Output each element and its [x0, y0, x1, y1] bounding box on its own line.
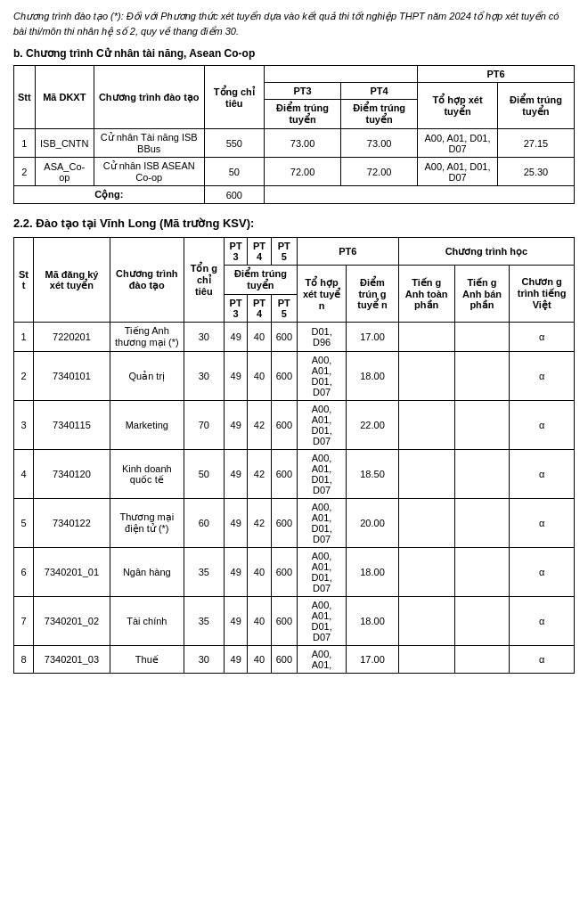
- cell-ta-ban: [454, 450, 510, 499]
- table-row: 2 ASA_Co-op Cử nhân ISB ASEAN Co-op 50 7…: [14, 158, 575, 186]
- table-row: 1 7220201 Tiếng Anh thương mại (*) 30 49…: [14, 323, 575, 352]
- col-pt6-diem: Điểm trúng tuyển: [497, 83, 574, 129]
- cell-diem: 18.50: [347, 450, 399, 499]
- col-pt4-diem: Điểm trúng tuyển: [341, 100, 418, 129]
- cell-tohop: A00, A01, D01, D07: [297, 499, 346, 548]
- col-ct-tv: Chươn g trình tiếng Việt: [510, 266, 575, 323]
- cell-ma: 7340201_02: [34, 597, 110, 646]
- section-22-table: Stt Mã đăng ký xét tuyển Chương trình đà…: [13, 237, 575, 674]
- cell-ma: 7340122: [34, 499, 110, 548]
- table-row: 4 7340120 Kinh doanh quốc tế 50 49 42 60…: [14, 450, 575, 499]
- cell-ta-toan: [398, 499, 454, 548]
- table-row: 1 ISB_CNTN Cử nhân Tài năng ISB BBus 550…: [14, 129, 575, 158]
- cell-ct: Marketing: [110, 401, 184, 450]
- cell-diem: 22.00: [347, 401, 399, 450]
- col-pt3-diem: Điểm trúng tuyển: [265, 100, 341, 129]
- col-ma-22: Mã đăng ký xét tuyển: [34, 238, 110, 323]
- cell-ma: 7340201_03: [34, 646, 110, 674]
- cell-diem: 20.00: [347, 499, 399, 548]
- cell-pt5: 600: [271, 597, 297, 646]
- cell-pt4: 72.00: [341, 158, 418, 186]
- cong-label: Cộng:: [14, 186, 205, 204]
- cell-ta-ban: [454, 597, 510, 646]
- cell-chuong-trinh: Cử nhân ISB ASEAN Co-op: [94, 158, 204, 186]
- cell-tong: 35: [184, 548, 224, 597]
- cell-ct: Quản trị: [110, 352, 184, 401]
- cell-stt: 3: [14, 401, 34, 450]
- col-tong-chi-tieu: Tổng chỉ tiêu: [204, 66, 265, 129]
- col-pt3-sub: PT 3: [224, 295, 247, 323]
- col-stt-22: Stt: [14, 238, 34, 323]
- table-row: 2 7340101 Quản trị 30 49 40 600 A00, A01…: [14, 352, 575, 401]
- col-tong-22: Tổn g chỉ tiêu: [184, 238, 224, 323]
- col-diem-pt6: Điểm trún g tuyể n: [347, 266, 399, 323]
- cell-ta-ban: [454, 499, 510, 548]
- cell-tohop: A00, A01, D01, D07: [297, 548, 346, 597]
- section-22-title: 2.2. Đào tạo tại Vĩnh Long (Mã trường KS…: [13, 217, 575, 230]
- cell-stt: 2: [14, 158, 36, 186]
- cell-ct: Ngân hàng: [110, 548, 184, 597]
- cell-ma: 7340101: [34, 352, 110, 401]
- col-ct-22: Chương trình đào tạo: [110, 238, 184, 323]
- cell-tong: 70: [184, 401, 224, 450]
- cell-diem: 17.00: [347, 646, 399, 674]
- cell-pt4: 42: [248, 450, 271, 499]
- cell-ct-tv: α: [510, 646, 575, 674]
- cell-tohop: D01, D96: [297, 323, 346, 352]
- cell-ma: ISB_CNTN: [35, 129, 94, 158]
- cell-diem: 17.00: [347, 323, 399, 352]
- cell-tohop: A00, A01, D01, D07: [418, 129, 498, 158]
- cell-pt4: 40: [248, 323, 271, 352]
- cell-tong: 30: [184, 323, 224, 352]
- cell-diem: 18.00: [347, 597, 399, 646]
- cell-pt3: 49: [224, 597, 247, 646]
- cell-tong: 30: [184, 352, 224, 401]
- col-pt3-label: PT3: [265, 83, 341, 100]
- cell-pt6-diem: 25.30: [497, 158, 574, 186]
- cell-pt3: 49: [224, 646, 247, 674]
- cell-diem: 18.00: [347, 548, 399, 597]
- cell-stt: 6: [14, 548, 34, 597]
- cell-ta-toan: [398, 401, 454, 450]
- cell-ta-ban: [454, 323, 510, 352]
- cell-pt3: 49: [224, 352, 247, 401]
- cell-ta-toan: [398, 548, 454, 597]
- cell-ct: Thuế: [110, 646, 184, 674]
- col-pt3-pt4: [265, 66, 418, 83]
- cell-ta-ban: [454, 401, 510, 450]
- cell-stt: 2: [14, 352, 34, 401]
- cell-pt4: 42: [248, 499, 271, 548]
- cell-tong: 50: [184, 450, 224, 499]
- col-tohop: Tổ hợp xét tuyển: [418, 83, 498, 129]
- cell-tohop: A00, A01, D01, D07: [297, 597, 346, 646]
- cell-tong: 60: [184, 499, 224, 548]
- cell-pt5: 600: [271, 499, 297, 548]
- cell-ma: 7340115: [34, 401, 110, 450]
- cell-chuong-trinh: Cử nhân Tài năng ISB BBus: [94, 129, 204, 158]
- cell-pt5: 600: [271, 352, 297, 401]
- cell-stt: 5: [14, 499, 34, 548]
- cell-pt3: 73.00: [265, 129, 341, 158]
- cell-ta-toan: [398, 450, 454, 499]
- cell-tong: 550: [204, 129, 265, 158]
- col-tieng-anh-ban: Tiến g Anh bán phần: [454, 266, 510, 323]
- cell-ct-tv: α: [510, 352, 575, 401]
- cell-tong: 30: [184, 646, 224, 674]
- col-pt5-22: PT 5: [271, 238, 297, 266]
- cell-pt5: 600: [271, 323, 297, 352]
- cell-pt3: 49: [224, 548, 247, 597]
- cell-pt3: 49: [224, 499, 247, 548]
- col-pt5-sub: PT 5: [271, 295, 297, 323]
- cell-tohop: A00, A01, D01, D07: [418, 158, 498, 186]
- table-row: 5 7340122 Thương mại điện tử (*) 60 49 4…: [14, 499, 575, 548]
- cell-ta-toan: [398, 646, 454, 674]
- cell-ta-toan: [398, 323, 454, 352]
- cell-pt6-diem: 27.15: [497, 129, 574, 158]
- section-b-title: b. Chương trình Cử nhân tài năng, Asean …: [13, 47, 575, 60]
- cell-ct-tv: α: [510, 548, 575, 597]
- col-tohop-22: Tổ hợp xét tuyể n: [297, 266, 346, 323]
- col-chuong-trinh: Chương trình đào tạo: [94, 66, 204, 129]
- cong-value: 600: [204, 186, 265, 204]
- cell-stt: 4: [14, 450, 34, 499]
- cell-ct-tv: α: [510, 401, 575, 450]
